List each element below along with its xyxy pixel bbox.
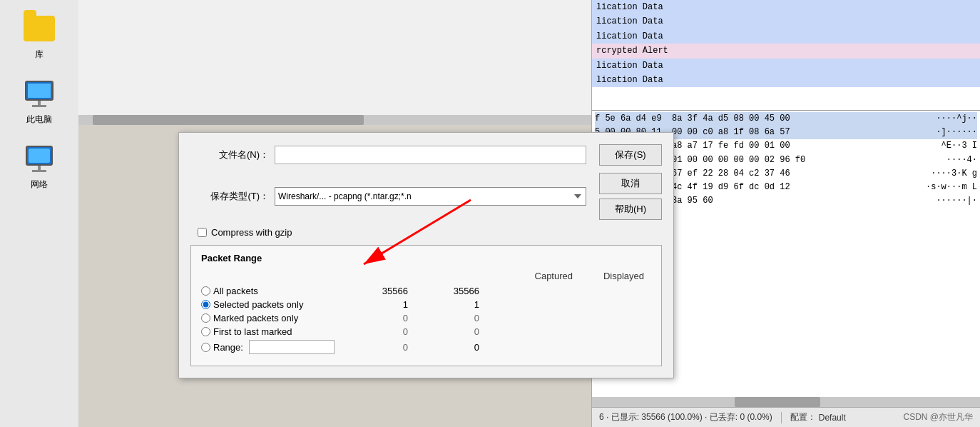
- packet-row-5[interactable]: lication Data: [592, 59, 980, 73]
- hex-row-4-ascii: ····4·: [946, 154, 977, 167]
- all-packets-row: All packets 35566 35566: [201, 286, 651, 296]
- captured-col-header: Captured: [509, 271, 580, 281]
- status-config-value: Default: [819, 413, 846, 423]
- filetype-row: 保存类型(T)： Wireshark/... - pcapng (*.ntar.…: [190, 173, 662, 220]
- status-csdn: CSDN @亦世凡华: [903, 411, 973, 423]
- hex-row-5-ascii: ····3·K g: [931, 167, 977, 181]
- sidebar-label-network: 网络: [31, 179, 48, 191]
- selected-packets-displayed: 1: [415, 299, 486, 310]
- dialog-buttons: 保存(S): [599, 144, 662, 166]
- hex-row-1-ascii: ····^j··: [936, 112, 977, 126]
- horizontal-scrollbar[interactable]: [78, 115, 591, 125]
- hex-row-1-bytes: f 5e 6a d4 e9 8a 3f 4a d5 08 00 45 00: [595, 112, 929, 126]
- status-bar: 6 · 已显示: 35566 (100.0%) · 已丢弃: 0 (0.0%) …: [592, 407, 980, 427]
- range-row: Range: 0 0: [201, 340, 651, 354]
- sidebar-label-pc: 此电脑: [26, 114, 52, 126]
- sidebar-item-network[interactable]: 网络: [7, 137, 71, 195]
- filename-input[interactable]: [275, 146, 586, 164]
- selected-packets-row: Selected packets only 1 1: [201, 299, 651, 310]
- marked-packets-row: Marked packets only 0 0: [201, 313, 651, 323]
- pc-icon: [22, 76, 56, 111]
- all-packets-displayed: 35566: [415, 286, 486, 296]
- help-button[interactable]: 帮助(H): [599, 199, 662, 220]
- packet-range-header: Captured Displayed: [201, 271, 651, 281]
- packet-list-area: lication Data lication Data lication Dat…: [592, 0, 980, 111]
- hex-row-1: f 5e 6a d4 e9 8a 3f 4a d5 08 00 45 00 ··…: [595, 112, 977, 126]
- packet-row-1[interactable]: lication Data: [592, 0, 980, 14]
- selected-packets-radio[interactable]: [201, 300, 210, 309]
- hex-scrollbar[interactable]: [592, 397, 980, 407]
- packet-row-3[interactable]: lication Data: [592, 29, 980, 44]
- compress-label: Compress with gzip: [211, 227, 292, 238]
- packet-row-4-text: rcrypted Alert: [596, 44, 668, 58]
- hex-row-2-ascii: ·]······: [936, 126, 977, 139]
- packet-range-title: Packet Range: [201, 253, 651, 263]
- range-option[interactable]: Range:: [201, 340, 344, 354]
- scrollbar-thumb[interactable]: [93, 115, 364, 125]
- first-last-row: First to last marked 0 0: [201, 326, 651, 337]
- range-input[interactable]: [249, 340, 335, 354]
- marked-packets-displayed: 0: [415, 313, 486, 323]
- selected-packets-label: Selected packets only: [213, 299, 303, 310]
- range-label: Range:: [213, 342, 243, 353]
- displayed-col-header: Displayed: [580, 271, 651, 281]
- compress-row: Compress with gzip: [190, 227, 662, 238]
- selected-packets-option[interactable]: Selected packets only: [201, 299, 344, 310]
- sidebar: 库 此电脑 网络: [0, 0, 78, 427]
- first-last-radio[interactable]: [201, 327, 210, 336]
- all-packets-radio[interactable]: [201, 286, 210, 296]
- sidebar-label-library: 库: [35, 49, 44, 61]
- folder-icon: [22, 11, 56, 46]
- first-last-label: First to last marked: [213, 326, 292, 337]
- status-divider: [781, 412, 782, 423]
- marked-packets-captured: 0: [344, 313, 415, 323]
- first-last-captured: 0: [344, 326, 415, 337]
- status-packets: 6 · 已显示: 35566 (100.0%) · 已丢弃: 0 (0.0%): [599, 411, 772, 423]
- marked-packets-label: Marked packets only: [213, 313, 298, 323]
- sidebar-item-library[interactable]: 库: [7, 7, 71, 65]
- all-packets-label: All packets: [213, 286, 258, 296]
- compress-checkbox[interactable]: [198, 228, 207, 237]
- status-config-label: 配置：: [790, 411, 816, 423]
- first-last-displayed: 0: [415, 326, 486, 337]
- hex-row-3-ascii: ^E··3 I: [941, 139, 977, 153]
- save-dialog: 文件名(N)： 保存(S) 保存类型(T)： Wireshark/... - p…: [178, 132, 674, 378]
- all-packets-captured: 35566: [344, 286, 415, 296]
- filename-label: 文件名(N)：: [190, 149, 269, 161]
- packet-row-1-text: lication Data: [596, 0, 663, 14]
- marked-packets-radio[interactable]: [201, 313, 210, 323]
- hex-scrollbar-thumb[interactable]: [735, 397, 820, 407]
- dialog-buttons-2: 取消 帮助(H): [599, 173, 662, 220]
- packet-row-6[interactable]: lication Data: [592, 73, 980, 87]
- hex-row-6-ascii: ·s·w···m L: [926, 181, 977, 194]
- packet-row-3-text: lication Data: [596, 29, 663, 44]
- cancel-button[interactable]: 取消: [599, 173, 662, 194]
- packet-row-2[interactable]: lication Data: [592, 14, 980, 29]
- selected-packets-captured: 1: [344, 299, 415, 310]
- packet-row-5-text: lication Data: [596, 59, 663, 73]
- main-content: 文件名(N)： 保存(S) 保存类型(T)： Wireshark/... - p…: [78, 0, 591, 427]
- filetype-select[interactable]: Wireshark/... - pcapng (*.ntar.gz;*.n: [275, 187, 586, 206]
- packet-range-section: Packet Range Captured Displayed All pack…: [190, 245, 662, 366]
- first-last-option[interactable]: First to last marked: [201, 326, 344, 337]
- save-button[interactable]: 保存(S): [599, 144, 662, 166]
- packet-row-4[interactable]: rcrypted Alert: [592, 44, 980, 58]
- filename-row: 文件名(N)： 保存(S): [190, 144, 662, 166]
- range-displayed: 0: [415, 342, 486, 353]
- range-radio[interactable]: [201, 343, 210, 352]
- file-browser-area: [78, 0, 591, 125]
- all-packets-option[interactable]: All packets: [201, 286, 344, 296]
- filetype-label: 保存类型(T)：: [190, 190, 269, 203]
- marked-packets-option[interactable]: Marked packets only: [201, 313, 344, 323]
- range-captured: 0: [344, 342, 415, 353]
- packet-row-2-text: lication Data: [596, 14, 663, 29]
- packet-row-6-text: lication Data: [596, 73, 663, 87]
- hex-row-7-ascii: ······|·: [936, 194, 977, 208]
- network-icon: [22, 141, 56, 176]
- sidebar-item-pc[interactable]: 此电脑: [7, 72, 71, 130]
